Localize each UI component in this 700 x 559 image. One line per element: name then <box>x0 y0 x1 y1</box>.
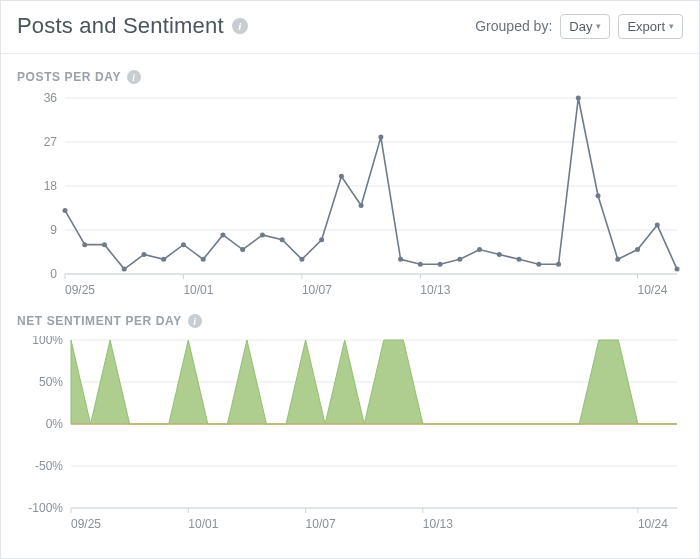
svg-text:10/01: 10/01 <box>188 517 218 531</box>
svg-point-38 <box>398 257 403 262</box>
grouping-select[interactable]: Day ▾ <box>560 14 610 39</box>
svg-point-23 <box>102 242 107 247</box>
svg-point-31 <box>260 232 265 237</box>
svg-point-44 <box>517 257 522 262</box>
svg-point-27 <box>181 242 186 247</box>
svg-point-39 <box>418 262 423 267</box>
grouping-value: Day <box>569 19 592 34</box>
panel-header: Posts and Sentiment i Grouped by: Day ▾ … <box>1 1 699 53</box>
export-label: Export <box>627 19 665 34</box>
svg-point-22 <box>82 242 87 247</box>
svg-text:18: 18 <box>44 179 58 193</box>
posts-section-title: POSTS PER DAY i <box>1 54 699 92</box>
svg-text:-100%: -100% <box>28 501 63 515</box>
svg-point-48 <box>596 193 601 198</box>
info-icon[interactable]: i <box>232 18 248 34</box>
svg-text:27: 27 <box>44 135 58 149</box>
svg-point-43 <box>497 252 502 257</box>
svg-text:09/25: 09/25 <box>71 517 101 531</box>
svg-point-34 <box>319 237 324 242</box>
posts-chart: 0918273609/2510/0110/0710/1310/24 <box>1 92 699 298</box>
chevron-down-icon: ▾ <box>669 21 674 31</box>
svg-text:0%: 0% <box>46 417 64 431</box>
svg-point-25 <box>141 252 146 257</box>
svg-text:10/07: 10/07 <box>302 283 332 297</box>
svg-text:100%: 100% <box>32 336 63 347</box>
svg-text:36: 36 <box>44 92 58 105</box>
svg-text:50%: 50% <box>39 375 63 389</box>
svg-point-24 <box>122 267 127 272</box>
svg-point-40 <box>438 262 443 267</box>
svg-text:09/25: 09/25 <box>65 283 95 297</box>
svg-text:-50%: -50% <box>35 459 63 473</box>
info-icon[interactable]: i <box>127 70 141 84</box>
svg-point-47 <box>576 96 581 101</box>
svg-point-32 <box>280 237 285 242</box>
svg-text:10/13: 10/13 <box>420 283 450 297</box>
svg-point-21 <box>63 208 68 213</box>
svg-point-46 <box>556 262 561 267</box>
svg-point-41 <box>457 257 462 262</box>
svg-point-50 <box>635 247 640 252</box>
svg-point-35 <box>339 174 344 179</box>
svg-point-42 <box>477 247 482 252</box>
svg-text:10/01: 10/01 <box>183 283 213 297</box>
svg-point-45 <box>536 262 541 267</box>
svg-point-29 <box>220 232 225 237</box>
grouped-by-label: Grouped by: <box>475 18 552 34</box>
sentiment-chart: -100%-50%0%50%100%09/2510/0110/0710/1310… <box>1 336 699 532</box>
svg-point-30 <box>240 247 245 252</box>
svg-text:9: 9 <box>50 223 57 237</box>
svg-text:10/07: 10/07 <box>306 517 336 531</box>
chevron-down-icon: ▾ <box>596 21 601 31</box>
info-icon[interactable]: i <box>188 314 202 328</box>
svg-text:10/24: 10/24 <box>638 283 668 297</box>
sentiment-section-title: NET SENTIMENT PER DAY i <box>1 298 699 336</box>
svg-text:10/13: 10/13 <box>423 517 453 531</box>
svg-point-52 <box>675 267 680 272</box>
svg-point-51 <box>655 223 660 228</box>
svg-point-28 <box>201 257 206 262</box>
dashboard-panel: Posts and Sentiment i Grouped by: Day ▾ … <box>0 0 700 559</box>
svg-point-49 <box>615 257 620 262</box>
svg-text:0: 0 <box>50 267 57 281</box>
export-button[interactable]: Export ▾ <box>618 14 683 39</box>
page-title: Posts and Sentiment <box>17 13 224 39</box>
svg-point-33 <box>299 257 304 262</box>
svg-point-36 <box>359 203 364 208</box>
svg-text:10/24: 10/24 <box>638 517 668 531</box>
svg-point-37 <box>378 135 383 140</box>
svg-point-26 <box>161 257 166 262</box>
